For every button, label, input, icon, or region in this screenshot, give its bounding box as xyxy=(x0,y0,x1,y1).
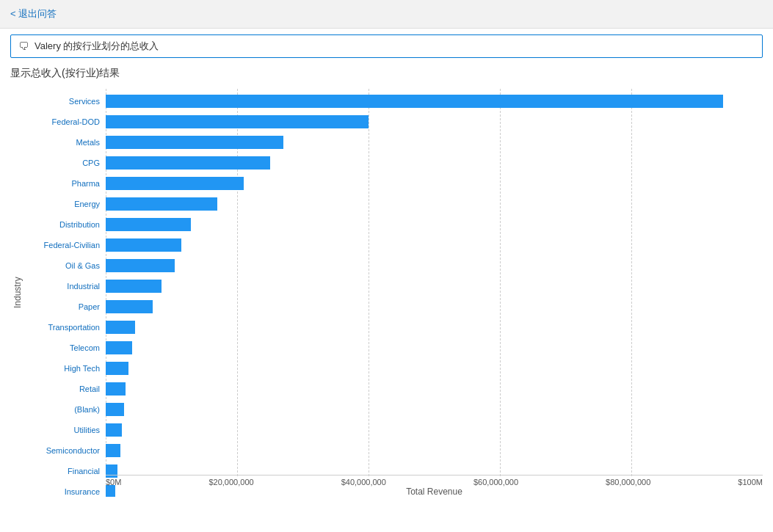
bar-track xyxy=(106,156,763,170)
x-axis-title: Total Revenue xyxy=(106,487,763,497)
bar-label: Industrial xyxy=(25,282,106,291)
bar-label: Energy xyxy=(25,200,106,208)
bar-row: Paper xyxy=(25,297,763,316)
bar-label: Semiconductor xyxy=(25,446,106,455)
bar-fill xyxy=(106,382,126,396)
bar-row: Metals xyxy=(25,133,763,152)
search-bar[interactable]: 🗨 Valery 的按行业划分的总收入 xyxy=(10,34,763,58)
search-text: Valery 的按行业划分的总收入 xyxy=(35,40,159,53)
bar-track xyxy=(106,95,763,108)
bar-fill xyxy=(106,115,369,128)
x-axis-tick: $20,000,000 xyxy=(208,478,253,487)
bar-fill xyxy=(106,238,181,252)
bar-track xyxy=(106,300,763,313)
bar-row: Oil & Gas xyxy=(25,256,763,275)
bar-track xyxy=(106,115,763,128)
x-axis-tick: $100M xyxy=(738,478,763,487)
bar-track xyxy=(106,341,763,354)
bar-fill xyxy=(106,280,162,293)
bar-track xyxy=(106,362,763,375)
bar-label: Services xyxy=(25,97,106,106)
x-axis-tick: $60,000,000 xyxy=(473,478,518,487)
bar-fill xyxy=(106,321,135,334)
bar-track xyxy=(106,382,763,396)
bar-track xyxy=(106,321,763,334)
bar-row: Pharma xyxy=(25,174,763,193)
bar-label: Telecom xyxy=(25,343,106,352)
bar-label: Paper xyxy=(25,302,106,311)
bar-row: Energy xyxy=(25,194,763,214)
bar-label: Federal-Civilian xyxy=(25,241,106,249)
bar-fill xyxy=(106,95,723,108)
chart-area: Industry ServicesFederal-DODMetalsCPGPha… xyxy=(10,86,763,526)
bar-row: Retail xyxy=(25,379,763,398)
bar-row: Federal-DOD xyxy=(25,112,763,131)
y-axis-label: Industry xyxy=(10,89,25,497)
bar-fill xyxy=(106,300,153,313)
bar-fill xyxy=(106,156,270,170)
bar-label: (Blank) xyxy=(25,405,106,414)
back-button[interactable]: < 退出问答 xyxy=(10,7,57,21)
bar-row: Services xyxy=(25,92,763,111)
result-title: 显示总收入(按行业)结果 xyxy=(0,64,773,86)
bar-track xyxy=(106,280,763,293)
bar-fill xyxy=(106,362,128,375)
bar-track xyxy=(106,238,763,252)
bar-row: Utilities xyxy=(25,420,763,440)
bar-row: High Tech xyxy=(25,359,763,378)
bar-fill xyxy=(106,423,122,437)
bar-label: Oil & Gas xyxy=(25,261,106,270)
x-axis-tick: $0M xyxy=(106,478,121,487)
top-bar: < 退出问答 xyxy=(0,0,773,29)
bar-track xyxy=(106,259,763,272)
x-axis-tick: $40,000,000 xyxy=(341,478,386,487)
bar-label: Retail xyxy=(25,385,106,393)
bar-fill xyxy=(106,136,283,149)
bar-fill xyxy=(106,218,191,231)
bar-label: Pharma xyxy=(25,179,106,188)
bar-label: Distribution xyxy=(25,220,106,229)
bar-row: CPG xyxy=(25,153,763,172)
bar-track xyxy=(106,444,763,457)
bars-container: ServicesFederal-DODMetalsCPGPharmaEnergy… xyxy=(25,89,763,497)
bar-track xyxy=(106,197,763,211)
bar-row: Federal-Civilian xyxy=(25,236,763,255)
chat-icon: 🗨 xyxy=(18,40,29,52)
bar-label: Financial xyxy=(25,467,106,475)
bar-label: Utilities xyxy=(25,426,106,434)
bar-track xyxy=(106,218,763,231)
bar-row: Telecom xyxy=(25,338,763,357)
bar-row: Distribution xyxy=(25,215,763,234)
bar-fill xyxy=(106,259,175,272)
bar-track xyxy=(106,403,763,416)
bar-row: (Blank) xyxy=(25,400,763,419)
bar-fill xyxy=(106,403,124,416)
x-axis: $0M$20,000,000$40,000,000$60,000,000$80,… xyxy=(106,475,763,487)
bar-fill xyxy=(106,444,120,457)
bar-fill xyxy=(106,177,244,190)
bar-row: Transportation xyxy=(25,318,763,337)
bar-label: High Tech xyxy=(25,364,106,373)
bar-label: Transportation xyxy=(25,323,106,332)
chart-main: ServicesFederal-DODMetalsCPGPharmaEnergy… xyxy=(25,89,763,497)
bar-label: CPG xyxy=(25,158,106,167)
bar-track xyxy=(106,423,763,437)
bar-track xyxy=(106,177,763,190)
bar-row: Industrial xyxy=(25,277,763,296)
bar-track xyxy=(106,136,763,149)
bar-label: Federal-DOD xyxy=(25,117,106,126)
x-axis-tick: $80,000,000 xyxy=(606,478,650,487)
bar-fill xyxy=(106,341,132,354)
bar-label: Metals xyxy=(25,138,106,147)
bar-row: Semiconductor xyxy=(25,441,763,460)
bar-fill xyxy=(106,197,217,211)
bar-label: Insurance xyxy=(25,487,106,496)
bars-wrapper: ServicesFederal-DODMetalsCPGPharmaEnergy… xyxy=(25,89,763,497)
